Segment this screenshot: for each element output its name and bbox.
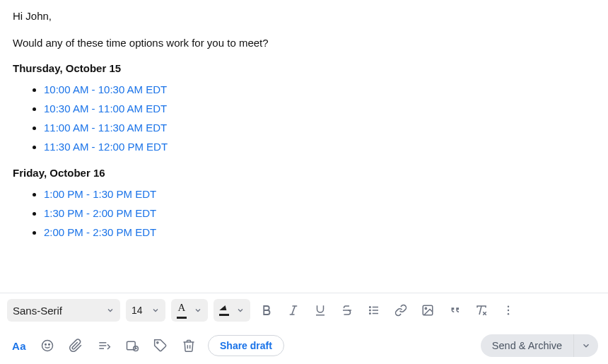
- compose-action-bar: Aa Share draft Send & Archive: [0, 327, 608, 364]
- svg-point-20: [45, 344, 47, 346]
- chevron-down-icon: [236, 306, 245, 315]
- time-slot-link[interactable]: 10:00 AM - 10:30 AM EDT: [44, 83, 167, 95]
- time-slot-link[interactable]: 1:00 PM - 1:30 PM EDT: [44, 188, 156, 200]
- time-slot-link[interactable]: 10:30 AM - 11:00 AM EDT: [44, 102, 167, 115]
- svg-point-17: [508, 310, 509, 311]
- highlight-color-button[interactable]: [214, 299, 250, 322]
- font-size-label: 14: [131, 305, 143, 316]
- slot-item: 10:00 AM - 10:30 AM EDT: [44, 80, 595, 99]
- svg-point-19: [42, 341, 53, 351]
- strikethrough-button[interactable]: [337, 300, 358, 321]
- font-color-icon: A: [177, 303, 187, 319]
- send-and-archive-button[interactable]: Send & Archive: [481, 334, 573, 357]
- bullet-list-button[interactable]: [363, 300, 385, 321]
- svg-line-13: [479, 306, 481, 315]
- font-size-select[interactable]: 14: [126, 299, 165, 322]
- svg-point-16: [508, 306, 509, 307]
- toggle-format-icon[interactable]: Aa: [10, 336, 28, 355]
- svg-line-2: [292, 306, 296, 315]
- svg-point-9: [370, 310, 371, 311]
- time-slot-link[interactable]: 1:30 PM - 2:00 PM EDT: [44, 207, 156, 219]
- time-slot-link[interactable]: 11:30 AM - 12:00 PM EDT: [44, 141, 168, 153]
- send-archive-group: Send & Archive: [481, 334, 598, 357]
- slot-item: 10:30 AM - 11:00 AM EDT: [44, 99, 595, 118]
- trash-icon[interactable]: [180, 336, 198, 355]
- font-color-button[interactable]: A: [171, 299, 208, 322]
- quote-button[interactable]: [444, 300, 465, 321]
- time-slot-link[interactable]: 11:00 AM - 11:30 AM EDT: [44, 122, 167, 134]
- date-heading-1: Friday, October 16: [13, 167, 595, 179]
- slot-item: 11:00 AM - 11:30 AM EDT: [44, 118, 595, 137]
- chevron-down-icon: [581, 341, 591, 351]
- clear-format-button[interactable]: [471, 300, 492, 321]
- tag-icon[interactable]: [151, 336, 170, 355]
- slot-item: 11:30 AM - 12:00 PM EDT: [44, 137, 595, 156]
- slot-list-0: 10:00 AM - 10:30 AM EDT 10:30 AM - 11:00…: [13, 80, 595, 157]
- date-heading-0: Thursday, October 15: [13, 62, 595, 74]
- svg-point-18: [508, 313, 509, 315]
- format-toolbar: Sans-Serif 14 A: [0, 293, 608, 327]
- svg-point-8: [370, 307, 371, 308]
- chevron-down-icon: [194, 306, 202, 315]
- chevron-down-icon: [151, 306, 160, 315]
- highlight-icon: [219, 305, 229, 316]
- bold-button[interactable]: [256, 300, 277, 321]
- chevron-down-icon: [106, 306, 115, 315]
- svg-point-21: [49, 344, 50, 346]
- compose-body[interactable]: Hi John, Would any of these time options…: [0, 0, 608, 293]
- slot-list-1: 1:00 PM - 1:30 PM EDT 1:30 PM - 2:00 PM …: [13, 184, 595, 242]
- link-button[interactable]: [390, 300, 411, 321]
- underline-button[interactable]: [310, 300, 331, 321]
- greeting-text: Hi John,: [13, 8, 595, 24]
- font-family-select[interactable]: Sans-Serif: [7, 299, 120, 322]
- reminder-icon[interactable]: [123, 336, 141, 355]
- time-slot-link[interactable]: 2:00 PM - 2:30 PM EDT: [44, 226, 156, 238]
- slot-item: 2:00 PM - 2:30 PM EDT: [44, 223, 595, 242]
- image-button[interactable]: [417, 300, 438, 321]
- send-options-button[interactable]: [573, 334, 598, 357]
- question-text: Would any of these time options work for…: [13, 35, 595, 51]
- slot-item: 1:30 PM - 2:00 PM EDT: [44, 204, 595, 223]
- italic-button[interactable]: [283, 300, 304, 321]
- more-format-button[interactable]: [498, 300, 519, 321]
- send-later-icon[interactable]: [95, 336, 113, 355]
- font-family-label: Sans-Serif: [13, 305, 62, 317]
- share-draft-button[interactable]: Share draft: [208, 335, 284, 356]
- attachment-icon[interactable]: [66, 336, 85, 355]
- svg-point-10: [370, 313, 371, 315]
- slot-item: 1:00 PM - 1:30 PM EDT: [44, 184, 595, 204]
- emoji-icon[interactable]: [38, 336, 57, 355]
- svg-point-12: [425, 307, 426, 309]
- svg-point-27: [157, 342, 158, 344]
